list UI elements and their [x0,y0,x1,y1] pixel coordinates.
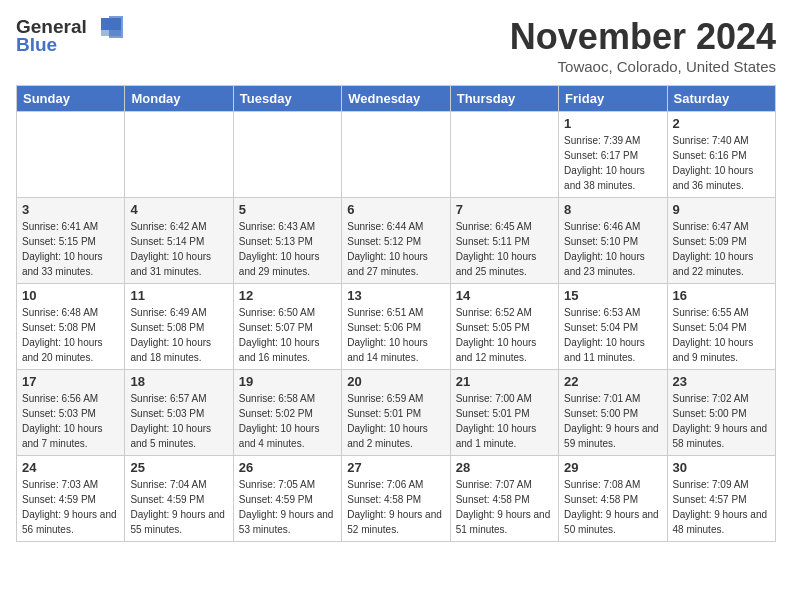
cell-info: Sunrise: 6:50 AM Sunset: 5:07 PM Dayligh… [239,305,336,365]
calendar-week-5: 24Sunrise: 7:03 AM Sunset: 4:59 PM Dayli… [17,456,776,542]
logo-blue: Blue [16,34,57,56]
header-day-wednesday: Wednesday [342,86,450,112]
calendar-cell: 6Sunrise: 6:44 AM Sunset: 5:12 PM Daylig… [342,198,450,284]
cell-info: Sunrise: 7:03 AM Sunset: 4:59 PM Dayligh… [22,477,119,537]
cell-info: Sunrise: 6:49 AM Sunset: 5:08 PM Dayligh… [130,305,227,365]
calendar-cell: 1Sunrise: 7:39 AM Sunset: 6:17 PM Daylig… [559,112,667,198]
calendar-table: SundayMondayTuesdayWednesdayThursdayFrid… [16,85,776,542]
day-number: 30 [673,460,770,475]
cell-info: Sunrise: 7:40 AM Sunset: 6:16 PM Dayligh… [673,133,770,193]
calendar-cell: 13Sunrise: 6:51 AM Sunset: 5:06 PM Dayli… [342,284,450,370]
cell-info: Sunrise: 6:47 AM Sunset: 5:09 PM Dayligh… [673,219,770,279]
calendar-cell: 7Sunrise: 6:45 AM Sunset: 5:11 PM Daylig… [450,198,558,284]
title-area: November 2024 Towaoc, Colorado, United S… [510,16,776,75]
day-number: 10 [22,288,119,303]
cell-info: Sunrise: 7:00 AM Sunset: 5:01 PM Dayligh… [456,391,553,451]
calendar-cell: 30Sunrise: 7:09 AM Sunset: 4:57 PM Dayli… [667,456,775,542]
day-number: 15 [564,288,661,303]
day-number: 12 [239,288,336,303]
calendar-cell: 9Sunrise: 6:47 AM Sunset: 5:09 PM Daylig… [667,198,775,284]
calendar-week-2: 3Sunrise: 6:41 AM Sunset: 5:15 PM Daylig… [17,198,776,284]
cell-info: Sunrise: 7:05 AM Sunset: 4:59 PM Dayligh… [239,477,336,537]
calendar-cell: 18Sunrise: 6:57 AM Sunset: 5:03 PM Dayli… [125,370,233,456]
cell-info: Sunrise: 7:07 AM Sunset: 4:58 PM Dayligh… [456,477,553,537]
day-number: 18 [130,374,227,389]
calendar-cell [450,112,558,198]
day-number: 7 [456,202,553,217]
calendar-week-4: 17Sunrise: 6:56 AM Sunset: 5:03 PM Dayli… [17,370,776,456]
day-number: 21 [456,374,553,389]
calendar-cell: 10Sunrise: 6:48 AM Sunset: 5:08 PM Dayli… [17,284,125,370]
day-number: 13 [347,288,444,303]
calendar-cell: 25Sunrise: 7:04 AM Sunset: 4:59 PM Dayli… [125,456,233,542]
location-title: Towaoc, Colorado, United States [510,58,776,75]
calendar-cell: 11Sunrise: 6:49 AM Sunset: 5:08 PM Dayli… [125,284,233,370]
calendar-cell: 23Sunrise: 7:02 AM Sunset: 5:00 PM Dayli… [667,370,775,456]
day-number: 22 [564,374,661,389]
day-number: 26 [239,460,336,475]
calendar-cell: 19Sunrise: 6:58 AM Sunset: 5:02 PM Dayli… [233,370,341,456]
page-header: General Blue November 2024 Towaoc, Color… [16,16,776,75]
calendar-cell: 2Sunrise: 7:40 AM Sunset: 6:16 PM Daylig… [667,112,775,198]
day-number: 2 [673,116,770,131]
cell-info: Sunrise: 6:56 AM Sunset: 5:03 PM Dayligh… [22,391,119,451]
calendar-cell [125,112,233,198]
day-number: 11 [130,288,227,303]
day-number: 4 [130,202,227,217]
calendar-cell: 20Sunrise: 6:59 AM Sunset: 5:01 PM Dayli… [342,370,450,456]
cell-info: Sunrise: 6:46 AM Sunset: 5:10 PM Dayligh… [564,219,661,279]
day-number: 5 [239,202,336,217]
calendar-cell: 5Sunrise: 6:43 AM Sunset: 5:13 PM Daylig… [233,198,341,284]
calendar-cell: 22Sunrise: 7:01 AM Sunset: 5:00 PM Dayli… [559,370,667,456]
calendar-cell: 8Sunrise: 6:46 AM Sunset: 5:10 PM Daylig… [559,198,667,284]
cell-info: Sunrise: 6:41 AM Sunset: 5:15 PM Dayligh… [22,219,119,279]
day-number: 3 [22,202,119,217]
calendar-cell: 24Sunrise: 7:03 AM Sunset: 4:59 PM Dayli… [17,456,125,542]
calendar-cell: 16Sunrise: 6:55 AM Sunset: 5:04 PM Dayli… [667,284,775,370]
cell-info: Sunrise: 6:51 AM Sunset: 5:06 PM Dayligh… [347,305,444,365]
day-number: 29 [564,460,661,475]
day-number: 17 [22,374,119,389]
header-day-thursday: Thursday [450,86,558,112]
header-day-friday: Friday [559,86,667,112]
header-day-tuesday: Tuesday [233,86,341,112]
header-day-monday: Monday [125,86,233,112]
logo-icon [91,16,123,38]
cell-info: Sunrise: 7:06 AM Sunset: 4:58 PM Dayligh… [347,477,444,537]
calendar-week-3: 10Sunrise: 6:48 AM Sunset: 5:08 PM Dayli… [17,284,776,370]
day-number: 25 [130,460,227,475]
day-number: 9 [673,202,770,217]
calendar-cell [233,112,341,198]
calendar-cell: 4Sunrise: 6:42 AM Sunset: 5:14 PM Daylig… [125,198,233,284]
day-number: 16 [673,288,770,303]
calendar-cell: 29Sunrise: 7:08 AM Sunset: 4:58 PM Dayli… [559,456,667,542]
day-number: 14 [456,288,553,303]
calendar-cell: 15Sunrise: 6:53 AM Sunset: 5:04 PM Dayli… [559,284,667,370]
cell-info: Sunrise: 6:44 AM Sunset: 5:12 PM Dayligh… [347,219,444,279]
month-title: November 2024 [510,16,776,58]
cell-info: Sunrise: 6:59 AM Sunset: 5:01 PM Dayligh… [347,391,444,451]
day-number: 23 [673,374,770,389]
calendar-cell: 3Sunrise: 6:41 AM Sunset: 5:15 PM Daylig… [17,198,125,284]
day-number: 8 [564,202,661,217]
day-number: 6 [347,202,444,217]
cell-info: Sunrise: 6:43 AM Sunset: 5:13 PM Dayligh… [239,219,336,279]
calendar-cell: 28Sunrise: 7:07 AM Sunset: 4:58 PM Dayli… [450,456,558,542]
header-day-saturday: Saturday [667,86,775,112]
cell-info: Sunrise: 6:57 AM Sunset: 5:03 PM Dayligh… [130,391,227,451]
cell-info: Sunrise: 6:48 AM Sunset: 5:08 PM Dayligh… [22,305,119,365]
day-number: 28 [456,460,553,475]
cell-info: Sunrise: 7:08 AM Sunset: 4:58 PM Dayligh… [564,477,661,537]
cell-info: Sunrise: 7:02 AM Sunset: 5:00 PM Dayligh… [673,391,770,451]
cell-info: Sunrise: 7:01 AM Sunset: 5:00 PM Dayligh… [564,391,661,451]
calendar-cell [17,112,125,198]
calendar-cell: 27Sunrise: 7:06 AM Sunset: 4:58 PM Dayli… [342,456,450,542]
calendar-week-1: 1Sunrise: 7:39 AM Sunset: 6:17 PM Daylig… [17,112,776,198]
cell-info: Sunrise: 7:09 AM Sunset: 4:57 PM Dayligh… [673,477,770,537]
calendar-cell: 17Sunrise: 6:56 AM Sunset: 5:03 PM Dayli… [17,370,125,456]
header-day-sunday: Sunday [17,86,125,112]
cell-info: Sunrise: 7:04 AM Sunset: 4:59 PM Dayligh… [130,477,227,537]
day-number: 27 [347,460,444,475]
cell-info: Sunrise: 6:58 AM Sunset: 5:02 PM Dayligh… [239,391,336,451]
cell-info: Sunrise: 7:39 AM Sunset: 6:17 PM Dayligh… [564,133,661,193]
